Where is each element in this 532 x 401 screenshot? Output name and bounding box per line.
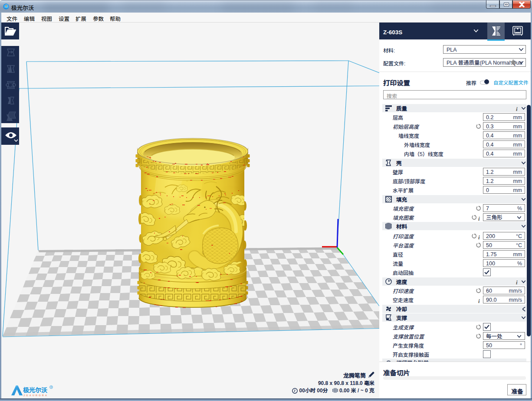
svg-text:R: R [50, 386, 52, 388]
svg-text:JGAURORA: JGAURORA [23, 394, 48, 397]
svg-text:极光尔沃: 极光尔沃 [23, 385, 48, 394]
